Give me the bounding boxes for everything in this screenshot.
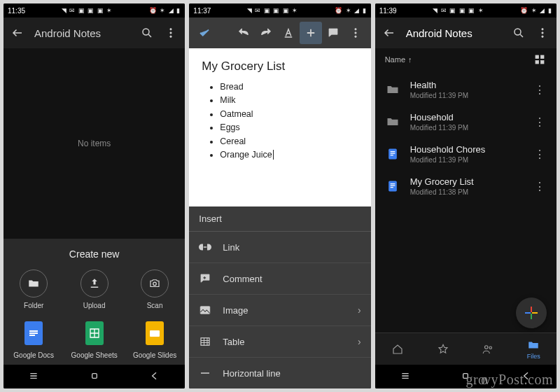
undo-icon[interactable] [232,22,255,44]
svg-rect-16 [540,55,544,59]
file-row[interactable]: My Grocery ListModified 11:38 PM ⋮ [375,170,556,202]
watermark: groovyPost.com [465,372,553,388]
row-more-icon[interactable]: ⋮ [533,180,547,193]
home-button[interactable] [89,370,100,384]
row-more-icon[interactable]: ⋮ [533,83,547,97]
status-icons-left: ◥ ✉ ▣ ▣ ▣ ✶ [62,7,113,14]
screen-file-list: 11:39 ◥ ✉ ▣ ▣ ▣ ✶ ⏰ ✶ ◢ ▮ Android Notes … [375,4,556,388]
row-more-icon[interactable]: ⋮ [533,115,547,129]
file-list: HealthModified 11:39 PM ⋮ HouseholdModif… [375,71,556,332]
file-row[interactable]: Household ChoresModified 11:39 PM ⋮ [375,138,556,170]
create-upload[interactable]: Upload [64,270,124,309]
more-icon[interactable] [536,26,550,40]
back-icon[interactable] [10,26,24,40]
nav-files[interactable]: Files [527,339,540,360]
sort-arrow-icon: ↑ [408,55,412,64]
status-time: 11:39 [379,7,397,15]
bottom-nav: Files [375,332,556,365]
document-title: My Grocery List [202,59,358,74]
nav-starred[interactable] [437,343,449,356]
link-icon [199,240,211,254]
insert-link[interactable]: Link [189,232,370,263]
svg-point-3 [170,36,172,37]
status-icons-right: ⏰ ✶ ◢ ▮ [335,7,367,14]
svg-rect-9 [201,307,211,314]
fab-new[interactable] [516,298,547,328]
nav-shared[interactable] [482,343,494,356]
svg-point-6 [354,29,356,30]
chevron-right-icon: › [358,304,361,316]
insert-panel: Insert Link Comment Image › Table › [189,206,370,388]
svg-rect-19 [388,149,397,160]
insert-hr[interactable]: Horizontal line [189,358,370,388]
svg-rect-24 [532,312,538,314]
sort-label: Name [385,55,405,64]
grid-view-icon[interactable] [533,52,547,66]
status-bar: 11:39 ◥ ✉ ▣ ▣ ▣ ✶ ⏰ ✶ ◢ ▮ [375,4,556,18]
comment-mode-icon[interactable] [322,22,344,44]
nav-back-button[interactable] [149,370,160,384]
list-item: Milk [220,94,358,107]
svg-point-2 [170,32,172,34]
app-bar: Android Notes [375,18,556,48]
svg-point-14 [542,36,543,37]
create-folder[interactable]: Folder [4,270,64,309]
svg-rect-5 [92,373,97,378]
file-row[interactable]: HealthModified 11:39 PM ⋮ [375,74,556,106]
svg-rect-15 [536,55,539,59]
file-row[interactable]: HouseholdModified 11:39 PM ⋮ [375,106,556,138]
done-icon[interactable] [193,22,216,44]
app-title: Android Notes [34,27,130,39]
nav-home[interactable] [391,343,404,356]
svg-point-7 [354,32,356,34]
status-bar: 11:35 ◥ ✉ ▣ ▣ ▣ ✶ ⏰ ✶ ◢ ▮ [4,4,185,18]
sort-row[interactable]: Name ↑ [375,48,556,71]
doc-icon [385,178,400,194]
screen-drive-empty: 11:35 ◥ ✉ ▣ ▣ ▣ ✶ ⏰ ✶ ◢ ▮ Android Notes … [4,4,185,388]
svg-rect-20 [388,181,397,192]
insert-icon[interactable] [300,22,322,44]
row-more-icon[interactable]: ⋮ [533,148,547,161]
back-icon[interactable] [382,26,396,40]
status-time: 11:35 [8,7,25,15]
more-icon[interactable] [164,26,178,40]
search-icon[interactable] [512,26,526,40]
list-item: Eggs [220,121,358,134]
android-nav-bar [4,365,185,388]
image-icon [199,303,211,317]
svg-point-12 [542,29,543,30]
sheet-title: Create new [4,248,185,260]
svg-point-25 [485,345,489,349]
svg-point-13 [542,32,543,34]
status-icons-left: ◥ ✉ ▣ ▣ ▣ ✶ [433,7,484,14]
list-item: Orange Juice [220,148,358,162]
list-item: Oatmeal [220,108,358,121]
create-scan[interactable]: Scan [125,270,185,309]
empty-state: No items [4,48,185,239]
text-format-icon[interactable] [277,22,300,44]
insert-comment[interactable]: Comment [189,263,370,295]
create-docs[interactable]: Google Docs [4,319,64,359]
list-item: Bread [220,80,358,94]
svg-rect-21 [531,307,532,312]
app-title: Android Notes [406,27,502,39]
svg-point-8 [354,36,356,37]
svg-point-11 [514,29,521,35]
create-sheets[interactable]: Google Sheets [64,319,124,359]
insert-table[interactable]: Table › [189,326,370,358]
empty-text: No items [78,139,111,148]
app-bar: Android Notes [4,18,185,48]
status-bar: 11:37 ◥ ✉ ▣ ▣ ▣ ✶ ⏰ ✶ ◢ ▮ [189,4,370,18]
redo-icon[interactable] [255,22,277,44]
svg-point-4 [153,282,157,286]
recents-button[interactable] [400,370,411,384]
document-body[interactable]: My Grocery List Bread Milk Oatmeal Eggs … [189,48,370,206]
recents-button[interactable] [28,370,39,384]
insert-image[interactable]: Image › [189,295,370,326]
folder-icon [385,82,400,97]
more-icon[interactable] [344,22,367,44]
search-icon[interactable] [140,26,154,40]
editor-toolbar [189,18,370,48]
status-time: 11:37 [193,7,211,15]
create-slides[interactable]: Google Slides [125,319,185,359]
